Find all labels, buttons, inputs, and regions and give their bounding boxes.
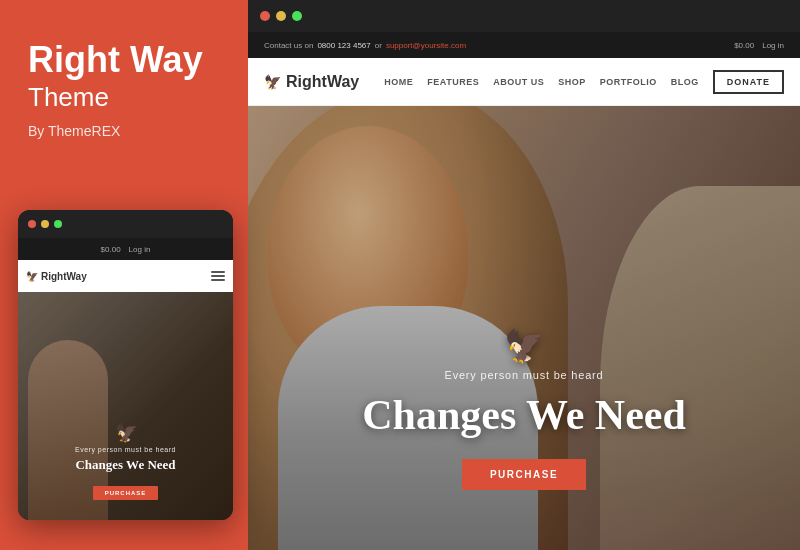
nav-shop[interactable]: SHOP xyxy=(558,77,586,87)
mobile-mockup: $0.00 Log in 🦅 RightWay 🦅 Every person m… xyxy=(18,210,233,520)
desktop-purchase-button[interactable]: PURCHASE xyxy=(462,459,586,490)
mobile-dot-yellow xyxy=(41,220,49,228)
contact-or: or xyxy=(375,41,382,50)
nav-home[interactable]: HOME xyxy=(384,77,413,87)
contact-text: Contact us on xyxy=(264,41,313,50)
mobile-cart: $0.00 xyxy=(101,245,121,254)
mobile-dot-red xyxy=(28,220,36,228)
by-line: By ThemeREX xyxy=(28,123,220,139)
desktop-hero-content: 🦅 Every person must be heard Changes We … xyxy=(248,327,800,490)
eagle-icon-mobile: 🦅 xyxy=(26,271,38,282)
hamburger-icon[interactable] xyxy=(211,271,225,281)
desktop-nav-links: HOME FEATURES ABOUT US SHOP PORTFOLIO BL… xyxy=(384,70,784,94)
theme-title: Right Way Theme xyxy=(28,40,220,113)
desktop-eagle-icon: 🦅 xyxy=(248,327,800,365)
desktop-dot-yellow xyxy=(276,11,286,21)
mobile-address-bar: $0.00 Log in xyxy=(18,238,233,260)
mobile-hero-content: 🦅 Every person must be heard Changes We … xyxy=(18,422,233,500)
nav-blog[interactable]: BLOG xyxy=(671,77,699,87)
mobile-eagle-icon: 🦅 xyxy=(18,422,233,444)
desktop-tagline: Every person must be heard xyxy=(248,369,800,381)
contact-left: Contact us on 0800 123 4567 or support@y… xyxy=(264,41,466,50)
mobile-purchase-button[interactable]: PURCHASE xyxy=(93,486,159,500)
desktop-hero: 🦅 Every person must be heard Changes We … xyxy=(248,106,800,550)
desktop-headline: Changes We Need xyxy=(248,391,800,439)
eagle-icon-desktop: 🦅 xyxy=(264,74,281,90)
left-panel: Right Way Theme By ThemeREX $0.00 Log in… xyxy=(0,0,248,550)
mobile-top-bar xyxy=(18,210,233,238)
mobile-nav: 🦅 RightWay xyxy=(18,260,233,292)
desktop-nav: 🦅 RightWay HOME FEATURES ABOUT US SHOP P… xyxy=(248,58,800,106)
desktop-dot-red xyxy=(260,11,270,21)
mobile-dot-green xyxy=(54,220,62,228)
contact-right: $0.00 Log in xyxy=(734,41,784,50)
mobile-hero: 🦅 Every person must be heard Changes We … xyxy=(18,292,233,520)
desktop-contact-bar: Contact us on 0800 123 4567 or support@y… xyxy=(248,32,800,58)
desktop-top-bar xyxy=(248,0,800,32)
desktop-logo: 🦅 RightWay xyxy=(264,73,359,91)
mobile-login[interactable]: Log in xyxy=(129,245,151,254)
login-link[interactable]: Log in xyxy=(762,41,784,50)
cart-amount[interactable]: $0.00 xyxy=(734,41,754,50)
desktop-dot-green xyxy=(292,11,302,21)
donate-button[interactable]: DONATE xyxy=(713,70,784,94)
contact-phone: 0800 123 4567 xyxy=(317,41,370,50)
nav-features[interactable]: FEATURES xyxy=(427,77,479,87)
mobile-headline: Changes We Need xyxy=(18,457,233,473)
mobile-tagline: Every person must be heard xyxy=(18,446,233,453)
nav-about[interactable]: ABOUT US xyxy=(493,77,544,87)
mobile-logo: 🦅 RightWay xyxy=(26,271,87,282)
desktop-mockup: Contact us on 0800 123 4567 or support@y… xyxy=(248,0,800,550)
contact-email[interactable]: support@yoursite.com xyxy=(386,41,466,50)
nav-portfolio[interactable]: PORTFOLIO xyxy=(600,77,657,87)
